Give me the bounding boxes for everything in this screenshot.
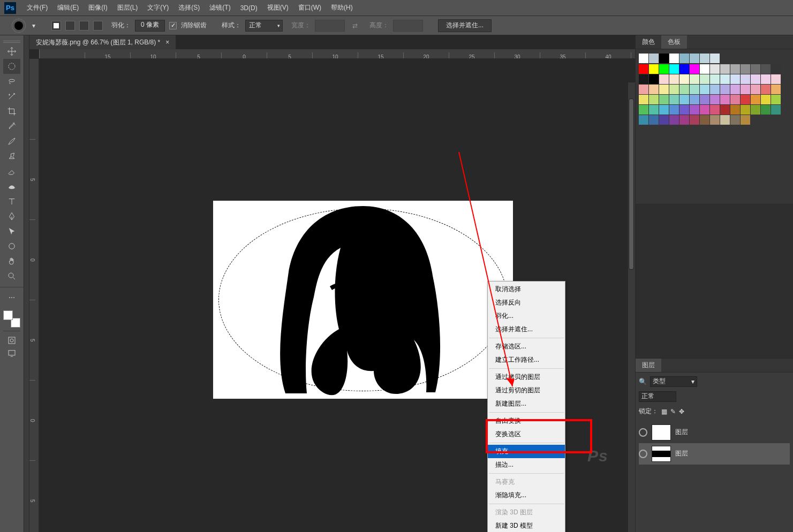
swatch[interactable] (669, 74, 679, 84)
context-menu-item[interactable]: 羽化... (488, 309, 565, 323)
swatch[interactable] (639, 95, 648, 104)
swatch[interactable] (730, 95, 740, 104)
canvas[interactable] (213, 201, 513, 399)
pen-tool[interactable] (3, 209, 20, 224)
context-menu-item[interactable]: 新建 3D 模型 (488, 519, 565, 532)
lasso-tool[interactable] (3, 74, 20, 89)
swatch[interactable] (679, 115, 689, 125)
swatch[interactable] (720, 105, 730, 115)
context-menu-item[interactable]: 渐隐填充... (488, 489, 565, 502)
swatch[interactable] (771, 74, 781, 84)
swatch[interactable] (639, 115, 648, 125)
magic-wand-tool[interactable] (3, 89, 20, 104)
context-menu-item[interactable]: 填充... (488, 445, 565, 458)
selection-subtract-icon[interactable] (79, 21, 89, 31)
swatch[interactable] (771, 85, 781, 94)
swatch[interactable] (649, 64, 659, 74)
brush-tool[interactable] (3, 134, 20, 149)
swatch[interactable] (771, 105, 781, 115)
swatch[interactable] (730, 64, 740, 74)
context-menu-item[interactable]: 新建图层... (488, 397, 565, 411)
swatch[interactable] (700, 105, 709, 115)
swatch[interactable] (679, 54, 689, 63)
selection-intersect-icon[interactable] (93, 21, 103, 31)
context-menu-item[interactable]: 自由变换 (488, 414, 565, 428)
elliptical-marquee-tool[interactable] (3, 59, 20, 74)
swatch[interactable] (751, 95, 760, 104)
close-tab-icon[interactable]: × (165, 39, 169, 46)
path-selection-tool[interactable] (3, 224, 20, 239)
gradient-tool[interactable] (3, 179, 20, 194)
swatch[interactable] (679, 95, 689, 104)
collapsed-panel-dock[interactable] (24, 35, 29, 532)
menu-window[interactable]: 窗口(W) (295, 1, 324, 14)
swatch[interactable] (659, 74, 669, 84)
context-menu-item[interactable]: 通过剪切的图层 (488, 384, 565, 397)
swatch[interactable] (710, 54, 720, 63)
swatch[interactable] (700, 64, 709, 74)
style-select[interactable]: 正常▾ (245, 20, 283, 32)
selection-new-icon[interactable] (51, 21, 61, 31)
swatch[interactable] (690, 85, 699, 94)
swatch[interactable] (751, 74, 760, 84)
swatch[interactable] (639, 85, 648, 94)
hand-tool[interactable] (3, 254, 20, 269)
layer-item[interactable]: 图层 (639, 443, 790, 465)
menu-file[interactable]: 文件(F) (24, 1, 51, 14)
type-tool[interactable] (3, 194, 20, 209)
swatch[interactable] (690, 74, 699, 84)
clone-stamp-tool[interactable] (3, 149, 20, 164)
menu-layer[interactable]: 图层(L) (114, 1, 141, 14)
swatch[interactable] (751, 85, 760, 94)
swatch[interactable] (659, 54, 669, 63)
swatch[interactable] (690, 105, 699, 115)
menu-text[interactable]: 文字(Y) (144, 1, 172, 14)
swatch[interactable] (639, 54, 648, 63)
menu-help[interactable]: 帮助(H) (328, 1, 356, 14)
swatch[interactable] (649, 95, 659, 104)
current-tool-icon[interactable] (12, 19, 26, 33)
context-menu-item[interactable]: 建立工作路径... (488, 353, 565, 367)
swatch[interactable] (771, 95, 781, 104)
swatch[interactable] (741, 115, 750, 125)
swatch[interactable] (720, 85, 730, 94)
swatch[interactable] (730, 74, 740, 84)
swatch[interactable] (659, 64, 669, 74)
layer-item[interactable]: 图层 (639, 422, 790, 443)
context-menu-item[interactable]: 存储选区... (488, 340, 565, 353)
swatch[interactable] (700, 85, 709, 94)
layer-visibility-icon[interactable] (639, 428, 647, 437)
swatch[interactable] (669, 54, 679, 63)
tab-layers[interactable]: 图层 (636, 359, 661, 372)
swatch[interactable] (659, 85, 669, 94)
foreground-background-colors[interactable] (3, 310, 20, 328)
swatch[interactable] (720, 74, 730, 84)
swatch[interactable] (761, 64, 771, 74)
swatch[interactable] (741, 85, 750, 94)
lock-pixels-icon[interactable]: ✎ (670, 408, 676, 415)
swatch[interactable] (679, 85, 689, 94)
zoom-tool[interactable] (3, 269, 20, 284)
tab-swatches[interactable]: 色板 (661, 35, 687, 49)
quick-mask-icon[interactable] (3, 331, 20, 346)
feather-input[interactable]: 0 像素 (135, 20, 165, 32)
swatch[interactable] (669, 105, 679, 115)
swatch[interactable] (720, 95, 730, 104)
swatch[interactable] (710, 115, 720, 125)
swatch[interactable] (669, 85, 679, 94)
swatch[interactable] (710, 105, 720, 115)
lock-position-icon[interactable]: ✥ (679, 408, 684, 415)
swatch[interactable] (700, 54, 709, 63)
eyedropper-tool[interactable] (3, 119, 20, 134)
foreground-color-swatch[interactable] (3, 310, 13, 320)
swatch[interactable] (679, 64, 689, 74)
swatch[interactable] (679, 74, 689, 84)
swatch[interactable] (741, 95, 750, 104)
swatch[interactable] (659, 105, 669, 115)
antialias-checkbox[interactable] (169, 22, 177, 29)
select-and-mask-button[interactable]: 选择并遮住... (438, 19, 492, 32)
screen-mode-icon[interactable] (3, 346, 20, 361)
swatch[interactable] (730, 85, 740, 94)
tab-color[interactable]: 颜色 (636, 35, 661, 49)
canvas-viewport[interactable]: 取消选择选择反向羽化...选择并遮住...存储选区...建立工作路径...通过拷… (39, 59, 635, 532)
